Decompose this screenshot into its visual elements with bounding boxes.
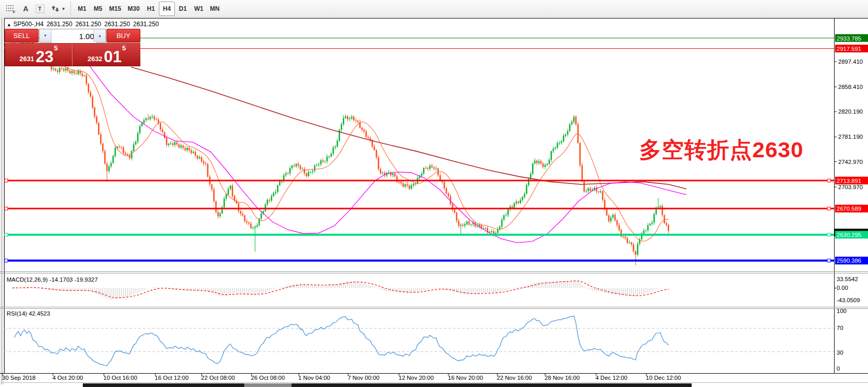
line-handle-left[interactable]: [5, 207, 8, 210]
candle-body: [600, 191, 602, 192]
candle-body: [240, 211, 242, 214]
candle-body: [466, 222, 468, 224]
candle-body: [197, 156, 198, 158]
candle-body: [178, 144, 180, 148]
candle-body: [98, 123, 100, 135]
candle-body: [421, 174, 423, 176]
candle-body: [532, 163, 534, 174]
moving-averages: [8, 41, 686, 243]
candle-body: [255, 227, 256, 228]
candle-body: [602, 191, 604, 200]
candle-body: [172, 143, 174, 145]
time-axis-label: 16 Nov 20:00: [448, 375, 483, 381]
candle-body: [104, 151, 106, 163]
volume-increase-button[interactable]: ▲: [94, 29, 105, 42]
candle-body: [518, 201, 519, 203]
candle-body: [189, 148, 190, 151]
candle-body: [150, 117, 151, 119]
horizontal-line-2590.386[interactable]: 2590.386: [4, 256, 868, 264]
candle-body: [662, 206, 663, 215]
candle-body: [316, 165, 318, 165]
candle-body: [290, 168, 291, 173]
sell-button[interactable]: SELL: [5, 29, 39, 43]
candle-body: [580, 143, 581, 165]
price-tick-label: 2781.190: [838, 134, 863, 140]
candle-body: [261, 213, 262, 218]
candle-body: [526, 185, 528, 194]
buy-price-button[interactable]: 2632015: [73, 44, 140, 66]
candle-body: [366, 132, 367, 137]
horizontal-line-2713.891[interactable]: 2713.891: [4, 177, 868, 185]
candle-body: [571, 122, 573, 124]
line-handle-left[interactable]: [5, 259, 8, 262]
line-handle-right[interactable]: [827, 207, 830, 210]
candle-body: [343, 118, 345, 124]
time-axis-label: 12 Nov 20:00: [399, 375, 433, 381]
candle-body: [329, 157, 330, 157]
candle-body: [608, 215, 610, 221]
candle-body: [277, 186, 279, 192]
candle-body: [100, 135, 102, 144]
candle-body: [127, 154, 129, 155]
candle-body: [549, 160, 550, 164]
candle-body: [652, 223, 653, 224]
candle-body: [551, 151, 552, 160]
line-handle-right[interactable]: [827, 233, 830, 236]
time-axis-label: 10 Dec 12:00: [646, 375, 681, 381]
price-tick-label: 2858.410: [838, 84, 863, 90]
candle-body: [156, 119, 157, 120]
candle-body: [499, 227, 501, 229]
candle-body: [427, 168, 429, 169]
candle-body: [623, 236, 624, 237]
candle-body: [294, 165, 295, 166]
candle-body: [349, 119, 351, 119]
candle-body: [654, 214, 655, 223]
candle-body: [160, 123, 161, 130]
candle-body: [141, 123, 143, 126]
macd-signal-line: [12, 281, 668, 298]
price-tick-label: 2703.970: [838, 184, 863, 190]
buy-button[interactable]: BUY: [106, 29, 140, 43]
candle-body: [65, 68, 67, 70]
candle-body: [491, 231, 493, 232]
line-handle-right[interactable]: [827, 179, 830, 182]
candle-body: [555, 148, 556, 149]
line-handle-left[interactable]: [5, 179, 8, 182]
volume-input[interactable]: [52, 29, 96, 43]
candle-body: [269, 200, 270, 200]
candle-body: [604, 200, 606, 209]
candle-body: [501, 220, 503, 227]
volume-decrease-button[interactable]: ▼: [40, 29, 51, 42]
candle-body: [569, 124, 571, 131]
candle-body: [649, 224, 651, 226]
horizontal-line-2630.295[interactable]: 2630.295: [4, 231, 868, 238]
horizontal-line-2670.589[interactable]: 2670.589: [4, 205, 868, 212]
line-handle-right[interactable]: [827, 259, 830, 262]
candle-body: [588, 188, 589, 191]
candle-body: [84, 76, 85, 76]
candle-body: [413, 184, 414, 186]
candle-body: [146, 118, 147, 120]
candle-body: [540, 161, 542, 164]
candle-body: [109, 167, 110, 171]
time-axis-label: 16 Oct 12:00: [155, 375, 189, 381]
candle-body: [341, 124, 342, 130]
candlesticks: [4, 38, 670, 266]
chart-text-annotation[interactable]: 多空转折点2630: [639, 135, 804, 165]
candle-body: [361, 128, 363, 130]
line-handle-left[interactable]: [5, 233, 8, 236]
candle-body: [392, 174, 394, 175]
candle-body: [63, 69, 65, 70]
candle-body: [143, 120, 145, 123]
candle-body: [625, 236, 626, 238]
candle-body: [559, 143, 560, 143]
sell-price-button[interactable]: 2631235: [5, 44, 73, 66]
candle-body: [586, 191, 587, 192]
time-axis-label: 22 Nov 16:00: [497, 375, 532, 381]
candle-body: [458, 220, 460, 226]
background-window-strip: [292, 383, 692, 387]
candle-body: [148, 118, 149, 119]
candle-body: [152, 116, 153, 117]
candle-body: [631, 243, 632, 245]
price-tag-label: 2917.591: [837, 46, 861, 52]
